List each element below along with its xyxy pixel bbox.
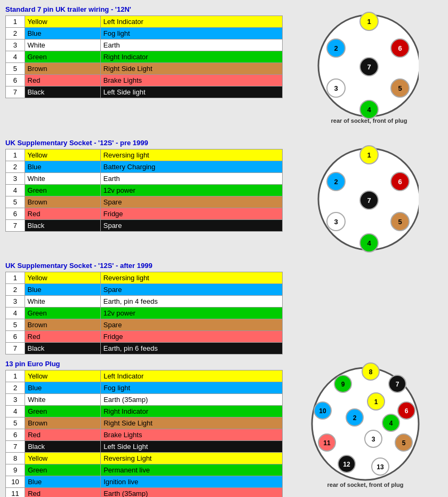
pin-number: 2 (6, 382, 25, 394)
svg-text:rear of socket, front of plug: rear of socket, front of plug (331, 117, 407, 124)
wire-function: Right Side Light (100, 63, 282, 75)
pin-number: 7 (6, 441, 25, 453)
pin-number: 4 (6, 51, 25, 63)
pin-number: 1 (6, 16, 25, 28)
table-row: 1 Yellow Reversing light (6, 149, 283, 161)
wire-function: Spare (100, 196, 282, 208)
svg-text:9: 9 (341, 381, 345, 388)
svg-text:7: 7 (367, 63, 371, 71)
table-row: 7 Black Spare (6, 220, 283, 232)
wire-function: Battery Charging (100, 161, 282, 173)
wire-function: Earth (35amp) (101, 488, 283, 498)
wire-color: Blue (25, 161, 100, 173)
svg-text:7: 7 (367, 196, 371, 204)
wire-function: Earth, pin 4 feeds (100, 296, 282, 307)
wire-color: Black (25, 220, 100, 232)
table-row: 5 Brown Right Side Light (6, 63, 283, 75)
wire-function: Reversing light (100, 272, 282, 284)
pin-number: 3 (6, 394, 25, 406)
table-row: 4 Green 12v power (6, 185, 283, 196)
section-12s-after1999: UK Supplementary Socket - '12S' - after … (5, 262, 443, 354)
table-row: 4 Green 12v power (6, 307, 283, 319)
pin-number: 11 (6, 488, 25, 498)
wire-color: Black (25, 343, 100, 354)
table-row: 1 Yellow Left Indicator (6, 370, 283, 382)
pin-number: 1 (6, 272, 25, 284)
wire-color: Blue (25, 284, 100, 296)
table-row: 7 Black Left Side light (6, 86, 283, 98)
svg-text:2: 2 (334, 178, 338, 186)
table-row: 7 Black Earth, pin 6 feeds (6, 343, 283, 354)
wire-color: Red (25, 331, 100, 343)
table-row: 3 White Earth (6, 173, 283, 185)
pin-number: 4 (6, 185, 25, 196)
wire-function: Earth (100, 40, 282, 51)
pin-number: 6 (6, 75, 25, 86)
wire-function: Fridge (100, 208, 282, 220)
section-13pin: 13 pin Euro Plug 1 Yellow Left Indicator… (5, 360, 443, 497)
pin-number: 6 (6, 331, 25, 343)
wire-color: Red (25, 208, 100, 220)
wire-color: Yellow (25, 149, 100, 161)
wire-function: Fridge (100, 331, 282, 343)
wire-function: Right Side Light (101, 417, 283, 429)
pin-number: 3 (6, 296, 25, 307)
table-row: 2 Blue Battery Charging (6, 161, 283, 173)
wire-color: Yellow (25, 16, 100, 28)
wire-color: White (25, 296, 100, 307)
pin-number: 3 (6, 173, 25, 185)
pin-number: 7 (6, 343, 25, 354)
svg-text:3: 3 (334, 218, 338, 226)
svg-text:5: 5 (398, 218, 402, 226)
svg-text:1: 1 (367, 18, 371, 26)
wire-color: White (25, 173, 100, 185)
wire-function: Left Indicator (101, 370, 283, 382)
wire-color: Brown (25, 417, 101, 429)
table-row: 11 Red Earth (35amp) (6, 488, 283, 498)
pin-number: 7 (6, 86, 25, 98)
wire-function: Earth, pin 6 feeds (100, 343, 282, 354)
wiring-table-13pin: 1 Yellow Left Indicator 2 Blue Fog light… (5, 370, 283, 497)
wire-color: Green (25, 406, 101, 417)
table-row: 6 Red Brake Lights (6, 429, 283, 441)
wire-color: Yellow (25, 272, 100, 284)
svg-text:2: 2 (353, 414, 357, 422)
table-row: 3 White Earth (6, 40, 283, 51)
wire-function: Fog light (100, 28, 282, 40)
table-container-12n: Standard 7 pin UK trailer wiring - '12N'… (5, 5, 283, 98)
wire-color: Green (25, 185, 100, 196)
wire-color: White (25, 40, 100, 51)
svg-text:1: 1 (367, 151, 371, 159)
table-row: 2 Blue Spare (6, 284, 283, 296)
pin-number: 8 (6, 453, 25, 464)
pin-number: 6 (6, 429, 25, 441)
wire-color: Red (25, 488, 101, 498)
wire-function: Ignition live (101, 476, 283, 488)
svg-text:6: 6 (405, 407, 409, 415)
svg-text:11: 11 (323, 439, 331, 447)
wire-color: Red (25, 75, 100, 86)
pin-number: 5 (6, 196, 25, 208)
section-12n: Standard 7 pin UK trailer wiring - '12N'… (5, 5, 443, 133)
wire-color: Yellow (25, 370, 101, 382)
wire-color: Brown (25, 319, 100, 331)
wire-color: Black (25, 86, 100, 98)
pin-number: 6 (6, 208, 25, 220)
pin-number: 2 (6, 161, 25, 173)
table-area-12s-after: UK Supplementary Socket - '12S' - after … (5, 262, 283, 354)
pin-number: 5 (6, 417, 25, 429)
wiring-table-12n: 1 Yellow Left Indicator 2 Blue Fog light… (5, 15, 283, 98)
wire-color: Black (25, 441, 101, 453)
wire-color: Green (25, 307, 100, 319)
pin-number: 1 (6, 370, 25, 382)
page-wrapper: Standard 7 pin UK trailer wiring - '12N'… (5, 5, 443, 497)
table-row: 10 Blue Ignition live (6, 476, 283, 488)
wire-function: Fog light (101, 382, 283, 394)
wire-function: Left Indicator (100, 16, 282, 28)
pin-number: 5 (6, 319, 25, 331)
svg-text:rear of socket, front of plug: rear of socket, front of plug (327, 482, 403, 488)
svg-text:8: 8 (369, 368, 373, 376)
wire-function: 12v power (100, 185, 282, 196)
svg-text:12: 12 (343, 461, 350, 468)
svg-text:3: 3 (372, 436, 375, 443)
